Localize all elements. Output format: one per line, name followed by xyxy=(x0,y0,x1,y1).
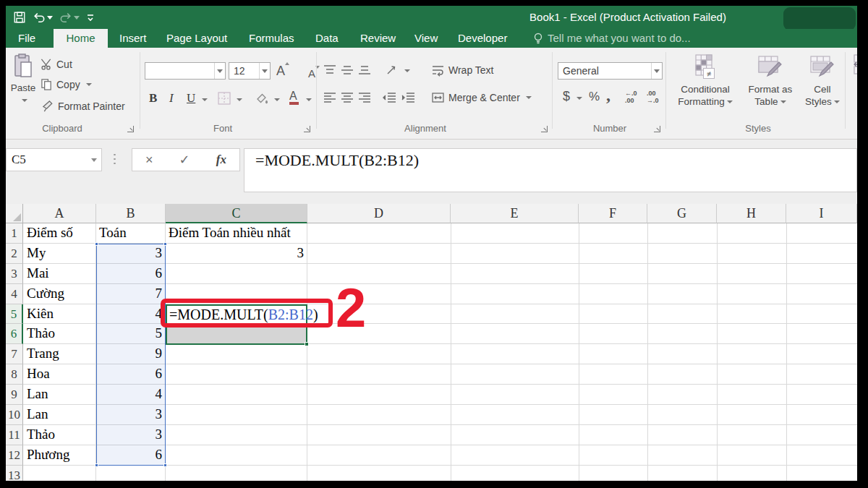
underline-button[interactable]: U xyxy=(187,91,195,106)
number-format-combo[interactable]: General xyxy=(558,62,663,80)
cell-c10[interactable] xyxy=(166,405,307,425)
column-header-i[interactable]: I xyxy=(786,204,857,223)
tell-me-box[interactable]: Tell me what you want to do... xyxy=(548,29,691,48)
empty-cells[interactable] xyxy=(307,425,857,445)
column-header-b[interactable]: B xyxy=(96,204,166,223)
font-dialog-launcher[interactable] xyxy=(304,126,310,132)
font-name-combo[interactable] xyxy=(145,62,226,80)
row-header-13[interactable]: 13 xyxy=(6,466,23,481)
wrap-text-button[interactable]: Wrap Text xyxy=(431,64,494,77)
bottom-align-icon[interactable] xyxy=(357,64,372,77)
cell-styles-button[interactable]: Cell Styles xyxy=(801,53,843,108)
insert-cells-button[interactable]: Ins xyxy=(849,53,857,93)
cut-button[interactable]: Cut xyxy=(41,58,72,70)
cell-a8[interactable]: Hoa xyxy=(23,364,96,385)
tab-file[interactable]: File xyxy=(18,29,35,48)
tab-data[interactable]: Data xyxy=(315,29,339,48)
chevron-down-icon[interactable] xyxy=(202,98,208,101)
chevron-down-icon[interactable] xyxy=(47,16,53,20)
cell-a3[interactable]: Mai xyxy=(23,264,96,284)
decrease-indent-icon[interactable] xyxy=(382,91,397,104)
font-color-button[interactable]: A xyxy=(289,90,297,103)
tab-insert[interactable]: Insert xyxy=(119,29,147,48)
empty-cells[interactable] xyxy=(307,304,857,325)
row-header-9[interactable]: 9 xyxy=(6,385,23,405)
cell-a12[interactable]: Phương xyxy=(23,445,96,466)
cell-c2[interactable]: 3 xyxy=(166,244,307,264)
cell-a13[interactable] xyxy=(23,466,96,481)
chevron-down-icon[interactable] xyxy=(306,98,312,101)
fill-handle[interactable] xyxy=(305,342,309,346)
row-header-3[interactable]: 3 xyxy=(6,264,23,284)
empty-cells[interactable] xyxy=(307,284,857,304)
cell-a5[interactable]: Kiên xyxy=(23,304,96,325)
row-header-6[interactable]: 6 xyxy=(6,324,23,344)
cell-a11[interactable]: Thảo xyxy=(23,425,96,445)
insert-function-button[interactable]: fx xyxy=(216,153,226,167)
cell-c12[interactable] xyxy=(166,445,307,466)
tab-developer[interactable]: Developer xyxy=(458,29,507,48)
chevron-down-icon[interactable] xyxy=(91,158,97,162)
cell-b1[interactable]: Toán xyxy=(96,223,166,244)
save-icon[interactable] xyxy=(13,11,26,24)
range-handle[interactable] xyxy=(163,242,167,246)
row-header-1[interactable]: 1 xyxy=(6,223,23,244)
chevron-down-icon[interactable] xyxy=(576,97,582,100)
empty-cells[interactable] xyxy=(307,223,857,244)
grow-font-button[interactable]: A xyxy=(276,64,285,78)
number-dialog-launcher[interactable] xyxy=(654,126,660,132)
name-box[interactable]: C5 xyxy=(6,148,102,171)
column-header-h[interactable]: H xyxy=(717,204,786,223)
select-all-corner[interactable] xyxy=(6,204,23,223)
cell-a4[interactable]: Cường xyxy=(23,284,96,304)
chevron-down-icon[interactable] xyxy=(214,63,225,79)
clipboard-dialog-launcher[interactable] xyxy=(127,126,134,132)
column-header-a[interactable]: A xyxy=(23,204,96,223)
cell-c7[interactable] xyxy=(166,344,307,364)
empty-cells[interactable] xyxy=(307,344,857,364)
comma-style-button[interactable]: , xyxy=(606,85,610,105)
align-center-icon[interactable] xyxy=(340,91,354,104)
percent-button[interactable]: % xyxy=(589,90,600,104)
empty-cells[interactable] xyxy=(307,445,857,466)
top-align-icon[interactable] xyxy=(323,64,337,77)
chevron-down-icon[interactable] xyxy=(74,16,80,20)
alignment-dialog-launcher[interactable] xyxy=(541,126,548,132)
chevron-down-icon[interactable] xyxy=(237,98,242,101)
range-handle[interactable] xyxy=(163,463,167,467)
currency-button[interactable]: $ xyxy=(563,89,570,104)
cell-c11[interactable] xyxy=(166,425,307,445)
empty-cells[interactable] xyxy=(307,324,857,344)
copy-button[interactable]: Copy xyxy=(41,78,92,90)
enter-button[interactable]: ✓ xyxy=(179,152,190,168)
cell-a6[interactable]: Thảo xyxy=(23,324,96,344)
cancel-button[interactable]: × xyxy=(145,153,153,168)
italic-button[interactable]: I xyxy=(169,91,174,106)
paste-button[interactable]: Paste xyxy=(7,53,39,106)
row-header-5[interactable]: 5 xyxy=(6,304,23,325)
column-header-f[interactable]: F xyxy=(579,204,647,223)
column-header-g[interactable]: G xyxy=(647,204,717,223)
chevron-down-icon[interactable] xyxy=(404,69,410,72)
tab-formulas[interactable]: Formulas xyxy=(249,29,294,48)
cell-c1[interactable]: Điểm Toán nhiều nhất xyxy=(166,223,307,244)
middle-align-icon[interactable] xyxy=(340,64,354,77)
tab-view[interactable]: View xyxy=(414,29,438,48)
cell-a2[interactable]: My xyxy=(23,244,96,264)
column-header-e[interactable]: E xyxy=(451,204,579,223)
empty-cells[interactable] xyxy=(307,385,857,405)
format-painter-button[interactable]: Format Painter xyxy=(42,100,125,112)
column-header-d[interactable]: D xyxy=(307,204,451,223)
cell-c9[interactable] xyxy=(166,385,307,405)
empty-cells[interactable] xyxy=(307,264,857,284)
cell-a9[interactable]: Lan xyxy=(23,385,96,405)
increase-decimal-button[interactable]: ←.0 .00 xyxy=(625,90,637,104)
borders-button[interactable] xyxy=(217,91,231,106)
tab-page-layout[interactable]: Page Layout xyxy=(166,29,227,48)
cell-b13[interactable] xyxy=(96,466,166,481)
range-handle[interactable] xyxy=(95,463,98,467)
increase-indent-icon[interactable] xyxy=(401,91,416,104)
column-header-c[interactable]: C xyxy=(166,204,307,223)
empty-cells[interactable] xyxy=(307,405,857,425)
cell-a7[interactable]: Trang xyxy=(23,344,96,364)
